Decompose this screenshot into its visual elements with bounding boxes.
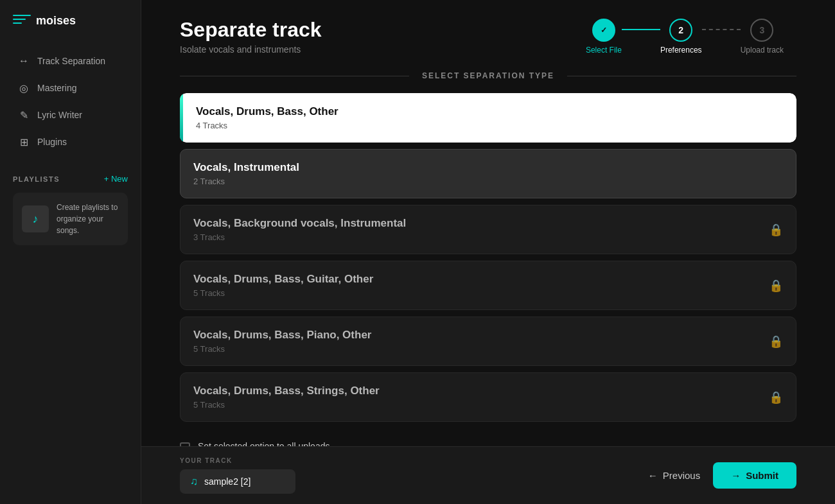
separation-option-vdbso[interactable]: Vocals, Drums, Bass, Strings, Other 5 Tr… xyxy=(180,372,796,422)
separation-option-vdbgo[interactable]: Vocals, Drums, Bass, Guitar, Other 5 Tra… xyxy=(180,261,796,310)
step-2: 2 Preferences xyxy=(660,19,702,55)
music-note-icon: ♫ xyxy=(190,476,198,487)
logo[interactable]: moises xyxy=(0,0,141,42)
submit-button[interactable]: → Submit xyxy=(713,462,796,489)
logo-icon xyxy=(13,15,31,28)
checkbox-main-label: Set selected option to all uploads xyxy=(198,441,331,446)
separation-option-vdbo[interactable]: Vocals, Drums, Bass, Other 4 Tracks xyxy=(180,93,796,143)
plugins-icon: ⊞ xyxy=(18,136,30,148)
main-header: Separate track Isolate vocals and instru… xyxy=(141,0,835,65)
option-tracks: 5 Tracks xyxy=(193,344,371,354)
track-chip: ♫ sample2 [2] xyxy=(180,469,295,494)
option-left: Vocals, Instrumental 2 Tracks xyxy=(193,161,299,186)
lock-icon: 🔒 xyxy=(769,223,783,237)
content-area: SELECT SEPARATION TYPE Vocals, Drums, Ba… xyxy=(141,65,835,446)
separation-option-vi[interactable]: Vocals, Instrumental 2 Tracks xyxy=(180,149,796,198)
sidebar-item-lyric-writer[interactable]: ✎ Lyric Writer xyxy=(5,102,136,128)
connector-1-2 xyxy=(622,29,660,30)
sidebar-nav: ↔ Track Separation ◎ Mastering ✎ Lyric W… xyxy=(0,42,141,161)
option-name: Vocals, Background vocals, Instrumental xyxy=(193,217,406,230)
sidebar-item-mastering[interactable]: ◎ Mastering xyxy=(5,75,136,101)
step-1-check: ✓ xyxy=(601,26,607,35)
selected-bar xyxy=(180,93,183,143)
section-title: SELECT SEPARATION TYPE xyxy=(180,71,796,80)
stepper: ✓ Select File 2 Preferences 3 Upload tra… xyxy=(586,19,784,55)
playlist-thumb-icon: ♪ xyxy=(22,205,49,232)
option-name: Vocals, Instrumental xyxy=(193,161,299,174)
separation-option-vdbpo[interactable]: Vocals, Drums, Bass, Piano, Other 5 Trac… xyxy=(180,317,796,366)
checkbox-row: Set selected option to all uploads Chang… xyxy=(180,435,796,446)
lock-icon: 🔒 xyxy=(769,390,783,404)
sidebar-item-label: Track Separation xyxy=(37,56,105,66)
sidebar-item-label: Lyric Writer xyxy=(37,110,82,120)
lock-icon: 🔒 xyxy=(769,279,783,293)
submit-label: Submit xyxy=(746,470,778,481)
sidebar-item-label: Plugins xyxy=(37,137,67,147)
page-title-section: Separate track Isolate vocals and instru… xyxy=(180,18,322,55)
previous-label: Previous xyxy=(663,470,700,481)
option-left: Vocals, Drums, Bass, Piano, Other 5 Trac… xyxy=(193,329,371,354)
sidebar: moises ↔ Track Separation ◎ Mastering ✎ … xyxy=(0,0,141,504)
playlist-promo-text: Create playlists to organize your songs. xyxy=(57,202,119,236)
page-title: Separate track xyxy=(180,18,322,42)
playlist-promo: ♪ Create playlists to organize your song… xyxy=(13,193,128,245)
option-name: Vocals, Drums, Bass, Other xyxy=(196,105,338,118)
sidebar-item-label: Mastering xyxy=(37,83,76,93)
option-name: Vocals, Drums, Bass, Piano, Other xyxy=(193,329,371,342)
option-tracks: 2 Tracks xyxy=(193,177,299,186)
sidebar-item-track-separation[interactable]: ↔ Track Separation xyxy=(5,48,136,74)
connector-2-3 xyxy=(702,29,741,30)
your-track-label: YOUR TRACK xyxy=(180,457,295,464)
bottom-actions: ← Previous → Submit xyxy=(648,462,796,489)
option-tracks: 5 Tracks xyxy=(193,288,373,298)
step-1-label: Select File xyxy=(586,46,622,55)
previous-button[interactable]: ← Previous xyxy=(648,470,700,481)
option-tracks: 3 Tracks xyxy=(193,232,406,242)
sidebar-item-plugins[interactable]: ⊞ Plugins xyxy=(5,129,136,155)
arrow-left-icon: ← xyxy=(648,470,658,481)
mastering-icon: ◎ xyxy=(18,82,30,94)
track-separation-icon: ↔ xyxy=(18,55,30,67)
step-1: ✓ Select File xyxy=(586,19,622,55)
step-3-label: Upload track xyxy=(741,46,784,55)
option-left: Vocals, Background vocals, Instrumental … xyxy=(193,217,406,242)
step-2-label: Preferences xyxy=(660,46,702,55)
step-3-circle: 3 xyxy=(750,19,773,42)
main-content: Separate track Isolate vocals and instru… xyxy=(141,0,835,504)
new-playlist-button[interactable]: + New xyxy=(104,174,128,184)
playlists-section: PLAYLISTS + New ♪ Create playlists to or… xyxy=(0,161,141,252)
option-left: Vocals, Drums, Bass, Other 4 Tracks xyxy=(196,105,338,130)
option-wrapper-vdbo: Vocals, Drums, Bass, Other 4 Tracks xyxy=(180,93,796,143)
lyric-writer-icon: ✎ xyxy=(18,109,30,121)
your-track-section: YOUR TRACK ♫ sample2 [2] xyxy=(180,457,295,494)
option-tracks: 4 Tracks xyxy=(196,121,338,130)
lock-icon: 🔒 xyxy=(769,335,783,349)
bottom-bar: YOUR TRACK ♫ sample2 [2] ← Previous → Su… xyxy=(141,446,835,504)
page-subtitle: Isolate vocals and instruments xyxy=(180,44,322,55)
checkbox-text-block: Set selected option to all uploads Chang… xyxy=(198,441,331,446)
step-1-circle: ✓ xyxy=(592,19,615,42)
option-name: Vocals, Drums, Bass, Strings, Other xyxy=(193,385,380,397)
separation-option-vbvi[interactable]: Vocals, Background vocals, Instrumental … xyxy=(180,205,796,254)
step-2-circle: 2 xyxy=(669,19,692,42)
option-left: Vocals, Drums, Bass, Guitar, Other 5 Tra… xyxy=(193,273,373,298)
step-3: 3 Upload track xyxy=(741,19,784,55)
logo-text: moises xyxy=(36,14,76,28)
option-left: Vocals, Drums, Bass, Strings, Other 5 Tr… xyxy=(193,385,380,410)
option-tracks: 5 Tracks xyxy=(193,400,380,410)
option-name: Vocals, Drums, Bass, Guitar, Other xyxy=(193,273,373,286)
arrow-right-icon: → xyxy=(731,470,741,481)
track-chip-name: sample2 [2] xyxy=(204,476,251,487)
playlists-header: PLAYLISTS + New xyxy=(13,174,128,184)
playlists-label: PLAYLISTS xyxy=(13,175,60,183)
separation-list: Vocals, Drums, Bass, Other 4 Tracks Voca… xyxy=(180,93,796,422)
